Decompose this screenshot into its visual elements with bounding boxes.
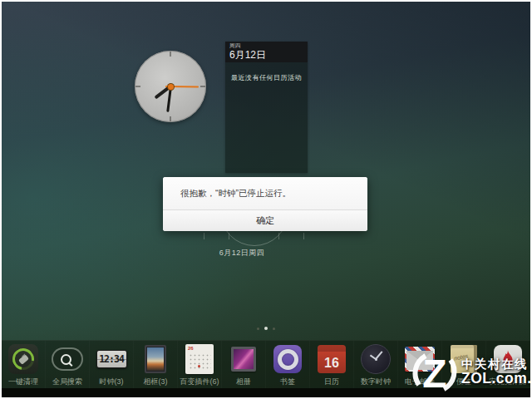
dock-item-widgets[interactable]: 26 百变插件(6) — [178, 341, 222, 389]
dock-item-bookmark[interactable]: 书签 — [266, 341, 310, 389]
dock-item-clock[interactable]: 12:34 时钟(3) — [90, 341, 134, 389]
search-icon — [52, 347, 83, 371]
zol-watermark: Z 中关村在线 ZOL.com.cn — [409, 348, 530, 397]
dock-item-album[interactable]: 相册 — [222, 341, 266, 389]
analog-clock-widget[interactable] — [135, 51, 206, 122]
dock-label: 书签 — [280, 377, 295, 387]
page-dot[interactable] — [273, 328, 275, 330]
magnifier-glyph — [61, 354, 71, 365]
album-picture — [234, 349, 254, 369]
photo-frame-picture — [147, 347, 164, 371]
dock-label: 日历 — [324, 377, 339, 387]
zol-z-logo: Z — [409, 348, 461, 397]
calendar-widget-body: 最近没有任何日历活动 — [225, 62, 308, 173]
widget-dot-grid — [189, 353, 211, 370]
clock-tick — [135, 86, 140, 87]
widget-red-dot — [198, 365, 200, 367]
clock-tick — [170, 52, 171, 57]
bookmark-icon — [273, 345, 302, 373]
calendar-icon: 16 — [318, 345, 346, 373]
dock-label: 相册 — [236, 377, 251, 387]
clock-tick — [170, 116, 171, 121]
dock-label: 一键清理 — [8, 377, 38, 387]
dock-item-cleaner[interactable]: 一键清理 — [2, 341, 46, 389]
calendar-widget[interactable]: 周四 6月12日 最近没有任何日历活动 — [225, 42, 308, 173]
ok-button[interactable]: 确定 — [163, 210, 367, 231]
album-icon — [231, 347, 256, 372]
dock-label: 全局搜索 — [52, 377, 82, 387]
calendar-day-number: 16 — [324, 357, 339, 370]
page-indicator — [2, 327, 530, 330]
android-homescreen: 周四 6月12日 最近没有任何日历活动 6月12日周四 很抱歉，“时钟”已停止运… — [2, 2, 530, 397]
ring-glyph — [278, 349, 298, 370]
zol-watermark-text: 中关村在线 ZOL.com.cn — [461, 358, 530, 387]
flip-clock-icon: 12:34 — [96, 350, 127, 368]
clock-tick — [200, 86, 205, 87]
hidden-widget-mark — [204, 233, 204, 239]
widget-card-icon: 26 — [185, 344, 214, 374]
widget-corner-number: 26 — [188, 346, 194, 351]
dock-label: 数字时钟 — [361, 377, 391, 387]
date-label: 6月12日周四 — [192, 248, 292, 259]
dock-item-global-search[interactable]: 全局搜索 — [46, 341, 90, 389]
page-dot-active[interactable] — [264, 327, 268, 330]
app-crash-dialog: 很抱歉，“时钟”已停止运行。 确定 — [163, 177, 367, 231]
hidden-widget-mark — [278, 233, 279, 239]
hidden-widget-mark — [303, 233, 304, 239]
dock-item-digital-clock[interactable]: 数字时钟 — [354, 341, 398, 389]
zol-z-letter: Z — [422, 352, 446, 396]
dock-label: 时钟(3) — [100, 377, 124, 387]
calendar-weekday: 周四 — [229, 43, 308, 49]
clock-center-cap — [168, 84, 174, 90]
dock-item-photo-frame[interactable]: 相框(3) — [134, 341, 178, 389]
dark-clock-icon — [361, 344, 391, 374]
screenshot-frame: 周四 6月12日 最近没有任何日历活动 6月12日周四 很抱歉，“时钟”已停止运… — [0, 0, 532, 399]
dock-label: 百变插件(6) — [180, 377, 219, 387]
dock-item-calendar[interactable]: 16 日历 — [310, 341, 354, 389]
dock-label: 相框(3) — [144, 377, 168, 387]
dialog-message: 很抱歉，“时钟”已停止运行。 — [163, 177, 367, 209]
hidden-widget-mark — [229, 233, 229, 239]
photo-frame-icon — [145, 345, 166, 373]
calendar-widget-header: 周四 6月12日 — [225, 42, 308, 62]
page-dot[interactable] — [257, 328, 259, 330]
cleaner-icon — [8, 344, 38, 374]
zol-domain: ZOL.com.cn — [461, 371, 530, 386]
calendar-empty-message: 最近没有任何日历活动 — [231, 74, 302, 81]
calendar-date: 6月12日 — [229, 50, 308, 60]
clock-center-cap — [375, 358, 377, 361]
